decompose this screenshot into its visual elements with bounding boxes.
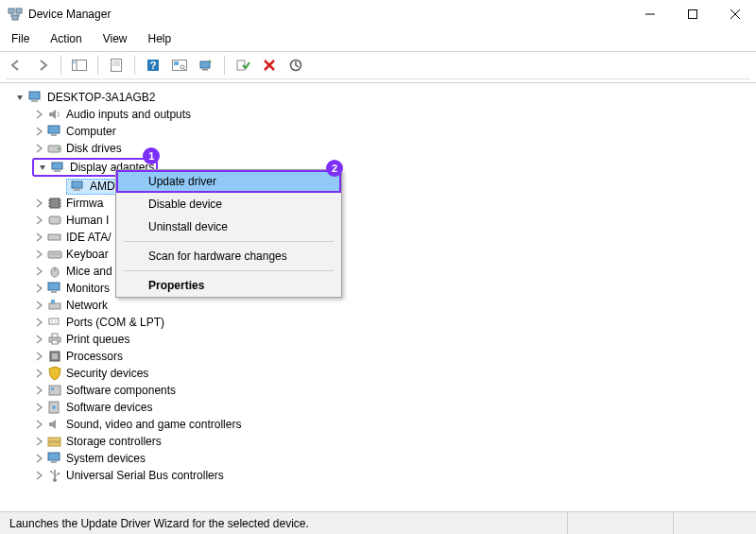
tree-item-software-components[interactable]: Software components [9,382,747,399]
scan-hardware-button[interactable] [169,55,190,76]
ctx-properties[interactable]: Properties [116,274,341,297]
chevron-right-icon[interactable] [32,108,45,121]
chevron-right-icon[interactable] [32,265,45,278]
tree-item-system[interactable]: System devices [9,450,747,467]
menu-action[interactable]: Action [46,30,85,47]
chevron-right-icon[interactable] [32,299,45,312]
port-icon [47,315,62,330]
tree-label: Security devices [66,367,148,380]
svg-rect-23 [200,61,210,68]
chevron-right-icon[interactable] [32,197,45,210]
tree-item-print-queues[interactable]: Print queues [9,331,747,348]
ctx-scan-hardware[interactable]: Scan for hardware changes [116,245,341,267]
chevron-right-icon[interactable] [32,452,45,465]
tree-label: Disk drives [66,142,122,155]
tree-item-software-devices[interactable]: Software devices [9,399,747,416]
show-hide-tree-button[interactable] [69,55,90,76]
chevron-right-icon[interactable] [32,401,45,414]
disk-icon [47,141,62,156]
tree-item-computer[interactable]: Computer [9,123,747,140]
context-menu: Update driver 2 Disable device Uninstall… [115,169,342,298]
tree-label: Keyboar [66,248,109,261]
ctx-separator [124,241,334,242]
help-button[interactable]: ? [143,55,163,76]
svg-rect-73 [48,442,60,446]
back-button[interactable] [6,55,26,76]
svg-rect-39 [50,198,60,208]
maximize-button[interactable] [671,0,713,28]
menu-file[interactable]: File [8,30,33,47]
monitor-icon [47,281,62,296]
svg-rect-64 [52,334,58,337]
tree-item-disk[interactable]: Disk drives [9,140,747,157]
ctx-label: Update driver [148,175,216,188]
svg-point-53 [58,253,59,254]
svg-rect-60 [49,319,59,324]
ctx-uninstall-device[interactable]: Uninstall device [116,215,341,238]
menu-view[interactable]: View [99,30,131,47]
keyboard-icon [47,247,62,262]
svg-rect-47 [48,234,60,240]
tree-item-usb[interactable]: Universal Serial Bus controllers [9,467,747,484]
svg-rect-69 [51,388,54,390]
ctx-label: Scan for hardware changes [148,250,287,263]
enable-device-button[interactable] [232,55,253,76]
cpu-icon [47,349,62,364]
chevron-right-icon[interactable] [32,125,45,138]
uninstall-device-button[interactable] [259,55,280,76]
chevron-down-icon[interactable] [36,161,49,174]
update-driver-button[interactable] [196,55,216,76]
chevron-right-icon[interactable] [32,231,45,244]
close-button[interactable] [713,0,756,28]
forward-button[interactable] [32,55,53,76]
svg-rect-0 [9,9,14,13]
tree-label: Audio inputs and outputs [66,108,191,121]
display-adapter-icon [71,179,86,194]
chevron-right-icon[interactable] [32,214,45,227]
svg-rect-75 [51,461,57,463]
hid-icon [47,213,62,228]
toolbar-separator [134,56,135,75]
tree-item-storage[interactable]: Storage controllers [9,433,747,450]
svg-rect-65 [52,340,58,344]
properties-button[interactable] [106,55,127,76]
status-cell [673,512,756,534]
svg-rect-35 [52,163,62,169]
svg-point-71 [52,405,56,409]
shield-icon [47,366,62,381]
chevron-right-icon[interactable] [32,333,45,346]
tree-item-audio[interactable]: Audio inputs and outputs [9,106,747,123]
svg-rect-7 [688,10,696,19]
minimize-button[interactable] [628,0,671,28]
chevron-down-icon[interactable] [13,91,26,104]
chevron-right-icon[interactable] [32,418,45,431]
device-tree[interactable]: DESKTOP-3A1AGB2 Audio inputs and outputs… [0,83,756,490]
chevron-right-icon[interactable] [32,367,45,380]
tree-item-security[interactable]: Security devices [9,365,747,382]
chevron-right-icon[interactable] [32,350,45,363]
tree-root[interactable]: DESKTOP-3A1AGB2 [9,89,747,106]
chevron-right-icon[interactable] [32,469,45,482]
app-icon [8,7,23,22]
tree-item-network[interactable]: Network [9,297,747,314]
svg-point-76 [53,478,57,482]
ctx-label: Properties [148,279,204,292]
chevron-right-icon[interactable] [32,435,45,448]
ctx-update-driver[interactable]: Update driver 2 [116,170,341,193]
tree-item-sound[interactable]: Sound, video and game controllers [9,416,747,433]
toolbar-separator [60,56,61,75]
tree-label: Software devices [66,401,152,414]
chevron-right-icon[interactable] [32,248,45,261]
disable-device-button[interactable] [285,55,306,76]
tree-item-ports[interactable]: Ports (COM & LPT) [9,314,747,331]
ctx-disable-device[interactable]: Disable device [116,193,341,215]
chevron-right-icon[interactable] [32,142,45,155]
chevron-right-icon[interactable] [32,282,45,295]
chevron-right-icon[interactable] [32,384,45,397]
svg-point-80 [50,471,52,473]
ctx-label: Uninstall device [148,220,228,233]
chevron-right-icon[interactable] [32,316,45,329]
svg-point-51 [54,253,55,254]
menu-help[interactable]: Help [145,30,176,47]
tree-item-processors[interactable]: Processors [9,348,747,365]
